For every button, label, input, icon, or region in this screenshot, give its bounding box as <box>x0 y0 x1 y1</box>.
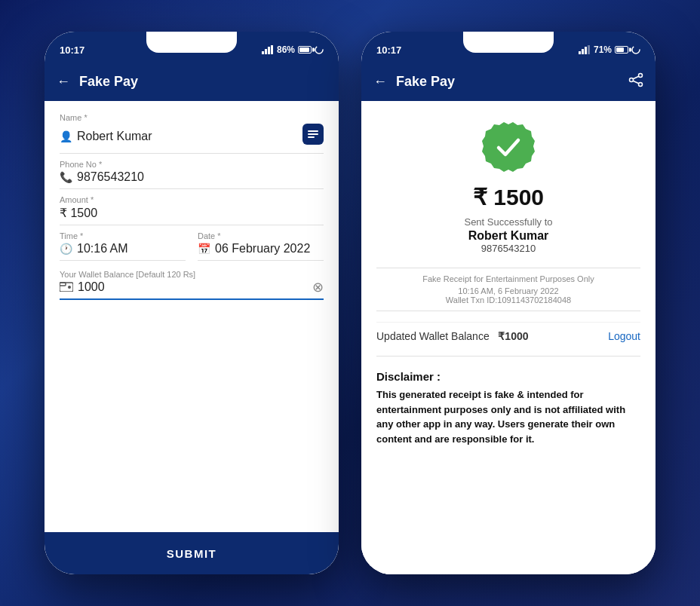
txn-time: 10:16 AM, 6 February 2022 <box>458 286 558 295</box>
signal-icon-left <box>262 45 274 54</box>
amount-label: Amount * <box>60 195 324 204</box>
app-bar-right: ← Fake Pay <box>361 62 655 101</box>
phone-icon: 📞 <box>60 171 72 183</box>
right-phone: 10:17 71% ← Fake Pay <box>361 32 655 574</box>
phone-label: Phone No * <box>60 160 324 169</box>
disclaimer-section: Disclaimer : This generated receipt is f… <box>376 363 640 446</box>
battery-icon-right <box>615 46 628 54</box>
phone-value: 9876543210 <box>77 170 144 184</box>
wallet-balance-label: Updated Wallet Balance ₹1000 <box>376 330 529 342</box>
svg-rect-7 <box>308 133 318 135</box>
name-value: Robert Kumar <box>77 130 152 143</box>
svg-rect-0 <box>262 51 264 54</box>
person-icon: 👤 <box>60 130 72 142</box>
status-icons-left: 86% <box>262 44 324 55</box>
time-date-row: Time * 🕐 10:16 AM Date * 📅 06 February 2… <box>60 231 324 261</box>
time-value: 10:16 AM <box>77 242 128 256</box>
name-value-row: 👤 Robert Kumar <box>60 124 324 148</box>
share-icon[interactable] <box>628 72 643 91</box>
receipt-amount: ₹ 1500 <box>473 184 544 210</box>
date-field: Date * 📅 06 February 2022 <box>198 231 324 261</box>
svg-point-4 <box>315 46 323 54</box>
svg-point-17 <box>639 73 643 77</box>
battery-fill-left <box>299 47 309 52</box>
txn-id: Wallet Txn ID:1091143702184048 <box>446 295 571 305</box>
svg-point-16 <box>632 46 640 54</box>
svg-rect-13 <box>582 49 584 54</box>
phone-value-row: 📞 9876543210 <box>60 170 324 184</box>
amount-value-row: ₹ 1500 <box>60 206 324 220</box>
submit-button[interactable]: SUBMIT <box>45 532 339 574</box>
spinner-icon-right <box>631 45 640 54</box>
clock-icon: 🕐 <box>60 243 72 255</box>
spacer <box>60 306 324 520</box>
wallet-label: Your Wallet Balance [Default 120 Rs] <box>60 270 324 279</box>
contacts-icon[interactable] <box>302 124 324 148</box>
amount-field: Amount * ₹ 1500 <box>60 195 324 225</box>
svg-line-21 <box>633 81 639 84</box>
fake-receipt-label: Fake Receipt for Entertainment Purposes … <box>422 274 594 283</box>
name-field: Name * 👤 Robert Kumar <box>60 113 324 154</box>
name-label: Name * <box>60 113 324 122</box>
left-phone: 10:17 86% ← <box>45 32 339 574</box>
svg-rect-14 <box>585 47 587 54</box>
success-badge-wrapper <box>482 121 535 176</box>
phone-field: Phone No * 📞 9876543210 <box>60 160 324 189</box>
wallet-value[interactable]: 1000 <box>78 280 308 294</box>
wallet-balance-amount: ₹1000 <box>498 330 528 342</box>
back-button-right[interactable]: ← <box>373 74 387 90</box>
svg-rect-15 <box>588 45 590 54</box>
status-time-right: 10:17 <box>376 44 401 56</box>
divider-3 <box>376 356 640 357</box>
spinner-icon-left <box>315 45 324 54</box>
app-title-left: Fake Pay <box>79 74 327 90</box>
svg-rect-8 <box>308 136 315 138</box>
notch <box>146 32 237 53</box>
time-field: Time * 🕐 10:16 AM <box>60 231 186 261</box>
svg-point-11 <box>68 286 71 289</box>
status-time-left: 10:17 <box>60 44 84 56</box>
status-icons-right: 71% <box>579 44 640 55</box>
battery-fill-right <box>616 47 624 52</box>
svg-rect-1 <box>265 49 267 54</box>
divider-2 <box>376 311 640 311</box>
battery-icon-left <box>298 46 312 54</box>
recipient-name: Robert Kumar <box>468 229 549 243</box>
date-label: Date * <box>198 231 324 240</box>
time-value-row: 🕐 10:16 AM <box>60 242 186 256</box>
signal-icon-right <box>579 45 591 54</box>
disclaimer-title: Disclaimer : <box>376 370 640 383</box>
back-button-left[interactable]: ← <box>57 74 70 90</box>
svg-rect-6 <box>308 130 318 132</box>
sent-label: Sent Successfully to <box>464 216 552 228</box>
time-label: Time * <box>60 231 186 240</box>
notch-right <box>463 32 554 53</box>
clear-icon[interactable]: ⊗ <box>312 279 324 295</box>
svg-rect-3 <box>271 45 273 54</box>
svg-rect-2 <box>268 47 270 54</box>
form-area: Name * 👤 Robert Kumar P <box>45 101 339 532</box>
svg-rect-12 <box>579 51 581 54</box>
wallet-icon <box>60 281 73 294</box>
disclaimer-text: This generated receipt is fake & intende… <box>376 387 640 446</box>
date-value-row: 📅 06 February 2022 <box>198 242 324 256</box>
divider-1 <box>376 268 640 268</box>
app-title-right: Fake Pay <box>396 74 619 90</box>
wallet-input-row: 1000 ⊗ <box>60 279 324 300</box>
wallet-section: Your Wallet Balance [Default 120 Rs] 100… <box>60 267 324 300</box>
battery-percent-left: 86% <box>277 44 295 55</box>
wallet-balance-row: Updated Wallet Balance ₹1000 Logout <box>376 322 640 350</box>
date-value: 06 February 2022 <box>215 242 310 256</box>
app-bar-left: ← Fake Pay <box>45 62 339 101</box>
battery-percent-right: 71% <box>594 44 612 55</box>
receipt-area: ₹ 1500 Sent Successfully to Robert Kumar… <box>361 101 655 574</box>
svg-point-18 <box>630 78 634 81</box>
calendar-icon: 📅 <box>198 243 210 255</box>
success-badge <box>482 121 535 173</box>
svg-point-19 <box>639 82 643 86</box>
amount-value: ₹ 1500 <box>60 206 97 220</box>
logout-button[interactable]: Logout <box>608 330 640 342</box>
svg-line-20 <box>633 76 639 79</box>
svg-rect-9 <box>60 283 73 292</box>
recipient-phone: 9876543210 <box>481 243 536 254</box>
